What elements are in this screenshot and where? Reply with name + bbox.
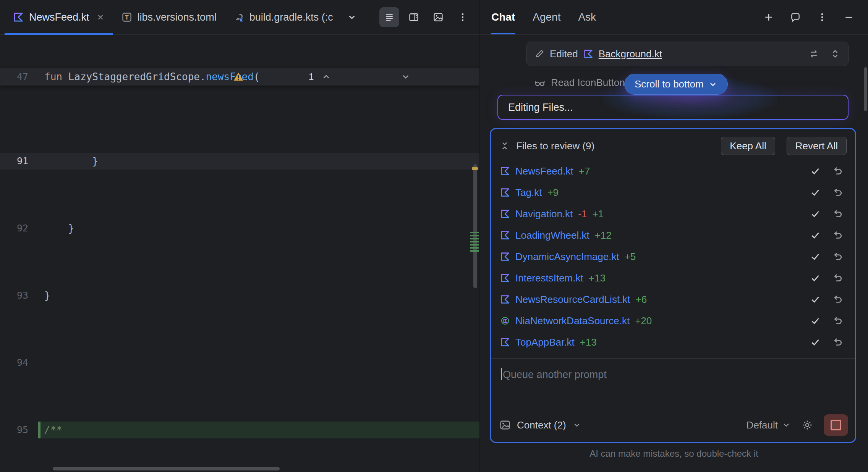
new-chat-plus-icon[interactable] <box>761 10 776 25</box>
file-link[interactable]: TopAppBar.kt <box>515 336 575 348</box>
stop-generation-button[interactable] <box>824 414 848 436</box>
settings-gear-icon[interactable] <box>802 419 813 431</box>
revert-file-undo-icon[interactable] <box>829 251 846 262</box>
vertical-scrollbar[interactable] <box>473 164 477 288</box>
file-link[interactable]: Tag.kt <box>515 187 542 199</box>
tab-ask[interactable]: Ask <box>578 0 596 34</box>
hide-panel-minus-icon[interactable] <box>841 10 857 25</box>
review-file-row[interactable]: Navigation.kt -1 +1 <box>498 203 848 225</box>
scroll-to-bottom-button[interactable]: Scroll to bottom <box>624 74 728 95</box>
tab-libs-versions-toml[interactable]: libs.versions.toml <box>113 0 225 34</box>
revert-file-undo-icon[interactable] <box>829 208 846 220</box>
show-diff-icon[interactable] <box>808 48 819 59</box>
kotlin-file-icon <box>583 49 593 59</box>
prev-problem-chevron-icon[interactable] <box>321 37 393 117</box>
code-line[interactable]: 91 } <box>0 153 479 170</box>
attach-image-icon[interactable] <box>499 419 511 431</box>
scroll-pill-label: Scroll to bottom <box>635 78 704 90</box>
edited-file-card[interactable]: Edited Background.kt <box>526 42 849 66</box>
revert-file-undo-icon[interactable] <box>829 315 846 327</box>
revert-file-undo-icon[interactable] <box>829 272 846 284</box>
file-link[interactable]: NiaNetworkDataSource.kt <box>515 315 630 327</box>
keep-all-button[interactable]: Keep All <box>721 137 775 155</box>
accept-file-check-icon[interactable] <box>807 165 824 177</box>
accept-file-check-icon[interactable] <box>807 294 824 305</box>
review-file-row[interactable]: NiaNetworkDataSource.kt +20 <box>498 310 848 331</box>
tab-dropdown-chevron-icon[interactable] <box>344 9 360 25</box>
kotlin-file-icon <box>500 294 510 304</box>
review-file-row[interactable]: TopAppBar.kt +13 <box>498 331 848 353</box>
line-number[interactable]: 47 <box>0 68 38 86</box>
context-chevron-icon[interactable] <box>572 420 581 430</box>
close-tab-icon[interactable] <box>96 13 105 21</box>
accept-file-check-icon[interactable] <box>807 272 824 284</box>
review-file-row[interactable]: LoadingWheel.kt +12 <box>498 225 848 246</box>
review-file-row[interactable]: NewsFeed.kt +7 <box>498 160 848 182</box>
chat-scrollbar[interactable] <box>864 67 867 111</box>
horizontal-scrollbar[interactable] <box>53 467 280 470</box>
code-editor[interactable]: 47 fun LazyStaggeredGridScope.newsFeed( … <box>0 34 479 472</box>
kotlin-file-icon <box>500 337 510 347</box>
tab-build-gradle-kts[interactable]: build.gradle.kts (:c <box>225 0 342 34</box>
prompt-placeholder: Queue another prompt <box>503 369 607 380</box>
file-link[interactable]: InterestsItem.kt <box>515 272 583 284</box>
accept-file-check-icon[interactable] <box>807 315 824 327</box>
accept-file-check-icon[interactable] <box>807 251 824 262</box>
more-options-kebab-icon[interactable] <box>453 7 473 27</box>
revert-file-undo-icon[interactable] <box>829 230 846 241</box>
split-editor-icon[interactable] <box>404 7 424 27</box>
file-link[interactable]: NewsResourceCardList.kt <box>515 294 630 306</box>
edited-file-link[interactable]: Background.kt <box>599 48 662 60</box>
ai-disclaimer: AI can make mistakes, so double-check it <box>480 448 868 459</box>
structure-list-icon[interactable] <box>379 7 399 27</box>
tab-newsfeed-kt[interactable]: NewsFeed.kt <box>5 0 113 34</box>
code-text: } <box>40 153 479 170</box>
context-selector[interactable]: Context (2) <box>517 419 566 431</box>
review-file-row[interactable]: NewsResourceCardList.kt +6 <box>498 289 848 310</box>
line-number[interactable]: 91 <box>0 153 38 170</box>
preview-image-icon[interactable] <box>428 7 448 27</box>
file-link[interactable]: Navigation.kt <box>515 208 573 220</box>
network-class-icon <box>500 316 510 326</box>
review-file-row[interactable]: Tag.kt +9 <box>498 182 848 203</box>
revert-file-undo-icon[interactable] <box>829 336 846 348</box>
accept-file-check-icon[interactable] <box>807 208 824 220</box>
tab-chat[interactable]: Chat <box>491 0 515 34</box>
code-line[interactable]: 93 } <box>0 287 479 304</box>
file-link[interactable]: NewsFeed.kt <box>515 165 573 177</box>
review-file-row[interactable]: InterestsItem.kt +13 <box>498 267 848 289</box>
line-number[interactable]: 93 <box>0 287 38 304</box>
revert-file-undo-icon[interactable] <box>829 187 846 198</box>
change-stripe-mark[interactable] <box>470 232 479 252</box>
expand-collapse-icon[interactable] <box>830 48 840 59</box>
line-number[interactable]: 95 <box>0 422 38 438</box>
review-title: Files to review (9) <box>516 140 594 152</box>
code-line[interactable]: 95 /** <box>0 422 479 438</box>
revert-file-undo-icon[interactable] <box>829 165 846 177</box>
code-line[interactable]: 92 } <box>0 220 479 237</box>
line-number[interactable]: 92 <box>0 220 38 237</box>
review-file-row[interactable]: DynamicAsyncImage.kt +5 <box>498 246 848 267</box>
revert-all-button[interactable]: Revert All <box>787 137 847 155</box>
file-link[interactable]: LoadingWheel.kt <box>515 230 589 241</box>
warning-icon[interactable] <box>233 36 305 117</box>
sticky-header-line[interactable]: 47 fun LazyStaggeredGridScope.newsFeed( … <box>0 68 479 86</box>
accept-file-check-icon[interactable] <box>807 187 824 198</box>
code-line[interactable]: 94 <box>0 354 479 371</box>
accept-file-check-icon[interactable] <box>807 336 824 348</box>
accept-file-check-icon[interactable] <box>807 230 824 241</box>
collapse-icon[interactable] <box>499 141 510 151</box>
file-link[interactable]: DynamicAsyncImage.kt <box>515 251 619 263</box>
chevron-down-icon <box>708 80 717 89</box>
revert-file-undo-icon[interactable] <box>829 294 846 305</box>
model-label: Default <box>747 419 778 431</box>
tab-agent[interactable]: Agent <box>533 0 560 34</box>
app-window: NewsFeed.kt libs.versions.toml <box>0 0 868 472</box>
conversations-bubble-icon[interactable] <box>788 10 803 25</box>
line-number[interactable]: 94 <box>0 354 38 371</box>
model-selector[interactable]: Default <box>747 419 791 431</box>
warning-stripe-mark[interactable] <box>472 167 478 170</box>
chat-more-kebab-icon[interactable] <box>815 10 830 25</box>
next-problem-chevron-icon[interactable] <box>401 37 473 117</box>
prompt-input[interactable]: Queue another prompt <box>491 359 855 414</box>
